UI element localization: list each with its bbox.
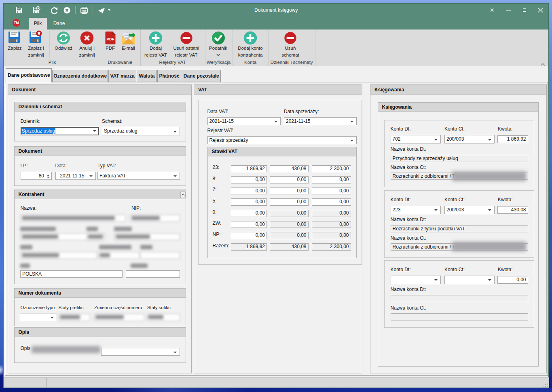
svg-text:PDF: PDF bbox=[82, 10, 87, 12]
svg-text:PDF: PDF bbox=[106, 37, 114, 41]
